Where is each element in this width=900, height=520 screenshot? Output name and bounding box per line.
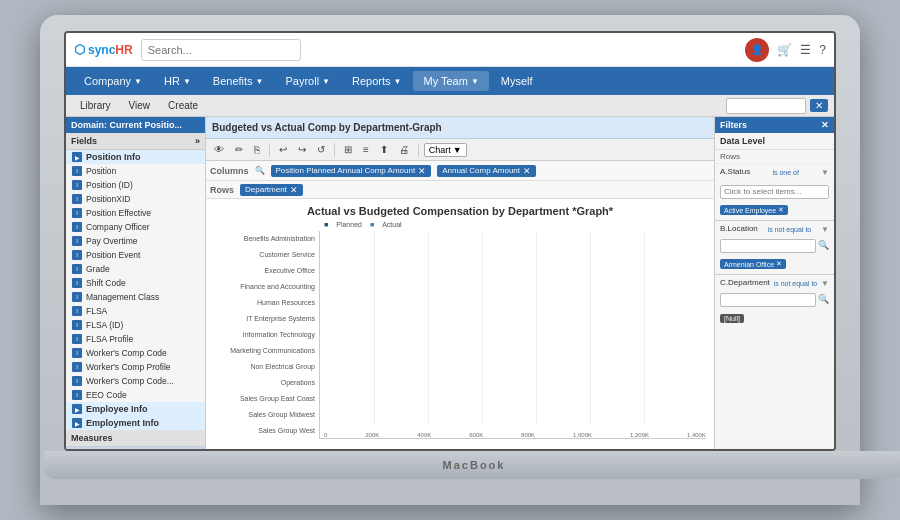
- nav-payroll[interactable]: Payroll ▼: [275, 71, 340, 91]
- sec-search-input[interactable]: [726, 98, 806, 114]
- sidebar-field-group-position[interactable]: ▶ Position Info: [66, 150, 205, 164]
- a-status-value-tag[interactable]: Active Employee ✕: [720, 205, 788, 215]
- sidebar-field-position[interactable]: I Position: [66, 164, 205, 178]
- remove-active-status-icon[interactable]: ✕: [778, 206, 784, 214]
- field-icon: I: [72, 306, 82, 316]
- laptop-outer: ⬡ syncHR 👤 🛒 ☰ ? Company ▼ HR: [40, 15, 860, 505]
- redo-icon[interactable]: ↪: [294, 142, 310, 157]
- bar-row: [324, 322, 706, 332]
- sidebar-field-positionxid[interactable]: I PositionXID: [66, 192, 205, 206]
- bar-row: [324, 233, 706, 243]
- x-label: 0: [324, 432, 327, 438]
- sec-nav-view[interactable]: View: [121, 98, 159, 113]
- b-location-search[interactable]: [720, 239, 816, 253]
- columns-label: Columns: [210, 166, 249, 176]
- row-tag-department[interactable]: Department ✕: [240, 184, 303, 196]
- sidebar-field-position-id[interactable]: I Position (ID): [66, 178, 205, 192]
- sidebar-field-pos-event[interactable]: I Position Event: [66, 248, 205, 262]
- eye-icon[interactable]: 👁: [210, 142, 228, 157]
- edit-icon[interactable]: ✏: [231, 142, 247, 157]
- field-icon: I: [72, 222, 82, 232]
- sidebar-field-mgmt-class[interactable]: I Management Class: [66, 290, 205, 304]
- menu-icon[interactable]: ☰: [800, 43, 811, 57]
- sidebar-field-flsa-profile[interactable]: I FLSA Profile: [66, 332, 205, 346]
- nav-myself[interactable]: Myself: [491, 71, 543, 91]
- sidebar-field-company-officer[interactable]: I Company Officer: [66, 220, 205, 234]
- nav-company[interactable]: Company ▼: [74, 71, 152, 91]
- field-icon: I: [72, 236, 82, 246]
- bar-row: [324, 397, 706, 407]
- field-icon: I: [72, 250, 82, 260]
- nav-myteam[interactable]: My Team ▼: [413, 71, 488, 91]
- remove-location-icon[interactable]: ✕: [776, 260, 782, 268]
- sidebar-field-group-employment[interactable]: ▶ Employment Info: [66, 416, 205, 430]
- sec-search-btn[interactable]: ✕: [810, 99, 828, 112]
- a-status-search[interactable]: [720, 185, 829, 199]
- c-dept-search[interactable]: [720, 293, 816, 307]
- sidebar-field-grade[interactable]: I Grade: [66, 262, 205, 276]
- sidebar-field-workers-comp-code[interactable]: I Worker's Comp Code: [66, 346, 205, 360]
- table-icon[interactable]: ⊞: [340, 142, 356, 157]
- sidebar-field-eeo-code[interactable]: I EEO Code: [66, 388, 205, 402]
- sidebar-measure-actual-budgeted[interactable]: M Actual vs Budgeted Delta: [66, 447, 205, 449]
- remove-actual-icon[interactable]: ✕: [523, 166, 531, 176]
- sidebar-field-pay-overtime[interactable]: I Pay Overtime: [66, 234, 205, 248]
- field-group-icon: ▶: [72, 404, 82, 414]
- copy-icon[interactable]: ⎘: [250, 142, 264, 157]
- search-input[interactable]: [141, 39, 301, 61]
- y-label: Non Electrical Group: [214, 363, 319, 371]
- sec-nav-create[interactable]: Create: [160, 98, 206, 113]
- rows-label: Rows: [210, 185, 234, 195]
- b-location-search-icon[interactable]: 🔍: [818, 240, 829, 250]
- c-dept-search-icon[interactable]: 🔍: [818, 294, 829, 304]
- sidebar-field-pos-effective[interactable]: I Position Effective: [66, 206, 205, 220]
- a-status-expand-icon[interactable]: ▼: [821, 168, 829, 177]
- logo-text: syncHR: [88, 43, 133, 57]
- y-label: Sales Group East Coast: [214, 395, 319, 403]
- column-tag-actual[interactable]: Annual Comp Amount ✕: [437, 165, 536, 177]
- field-icon: I: [72, 320, 82, 330]
- grid-line: [536, 231, 537, 424]
- nav-hr[interactable]: HR ▼: [154, 71, 201, 91]
- bar-row: [324, 367, 706, 377]
- c-dept-expand-icon[interactable]: ▼: [821, 279, 829, 288]
- y-label: Sales Group West: [214, 427, 319, 435]
- sidebar-field-workers-comp-profile[interactable]: I Worker's Comp Profile: [66, 360, 205, 374]
- x-label: 1,200K: [630, 432, 649, 438]
- list-icon[interactable]: ≡: [359, 142, 373, 157]
- sidebar-field-flsa-id[interactable]: I FLSA (ID): [66, 318, 205, 332]
- sidebar-field-shift-code[interactable]: I Shift Code: [66, 276, 205, 290]
- bar-row: [324, 278, 706, 288]
- chart-type-dropdown[interactable]: Chart ▼: [424, 143, 467, 157]
- undo2-icon[interactable]: ↺: [313, 142, 329, 157]
- expand-icon[interactable]: »: [195, 136, 200, 146]
- close-filters-icon[interactable]: ✕: [821, 120, 829, 130]
- b-location-value-tag[interactable]: Armenian Office ✕: [720, 259, 786, 269]
- field-icon: I: [72, 334, 82, 344]
- sec-nav-library[interactable]: Library: [72, 98, 119, 113]
- cart-icon[interactable]: 🛒: [777, 43, 792, 57]
- grid-line: [644, 231, 645, 424]
- field-group-icon: ▶: [72, 152, 82, 162]
- chevron-down-icon: ▼: [134, 77, 142, 86]
- undo-icon[interactable]: ↩: [275, 142, 291, 157]
- bar-row: [324, 337, 706, 347]
- laptop-brand: MacBook: [443, 459, 506, 471]
- help-icon[interactable]: ?: [819, 43, 826, 57]
- sidebar-field-workers-comp-code2[interactable]: I Worker's Comp Code...: [66, 374, 205, 388]
- column-tag-planned[interactable]: Position Planned Annual Comp Amount ✕: [271, 165, 432, 177]
- print-icon[interactable]: 🖨: [395, 142, 413, 157]
- nav-benefits[interactable]: Benefits ▼: [203, 71, 274, 91]
- x-label: 400K: [417, 432, 431, 438]
- nav-reports[interactable]: Reports ▼: [342, 71, 411, 91]
- y-label: Sales Group Midwest: [214, 411, 319, 419]
- main-content: Domain: Current Positio... Fields » ▶ Po…: [66, 117, 834, 449]
- remove-planned-icon[interactable]: ✕: [418, 166, 426, 176]
- magnify-icon: 🔍: [255, 166, 265, 175]
- sidebar-field-flsa[interactable]: I FLSA: [66, 304, 205, 318]
- rows-filter-row: Rows Department ✕: [206, 181, 714, 199]
- export-icon[interactable]: ⬆: [376, 142, 392, 157]
- sidebar-field-group-employee[interactable]: ▶ Employee Info: [66, 402, 205, 416]
- remove-dept-icon[interactable]: ✕: [290, 185, 298, 195]
- b-location-expand-icon[interactable]: ▼: [821, 225, 829, 234]
